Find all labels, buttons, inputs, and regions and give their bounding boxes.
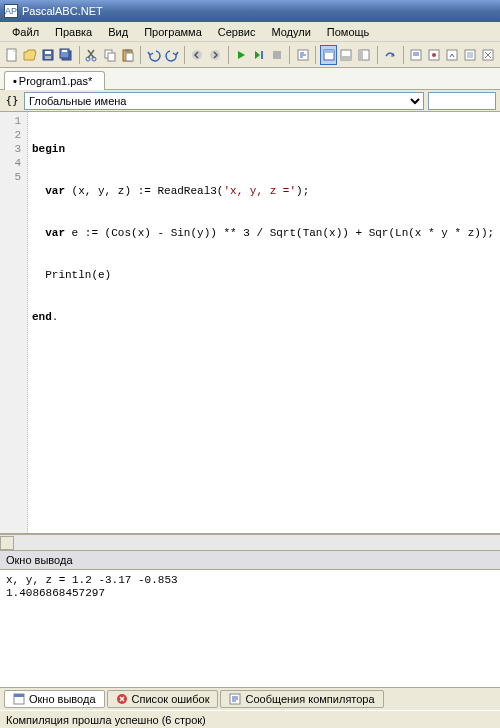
paste-icon[interactable] [119,45,136,65]
scope-icon: {} [4,93,20,109]
svg-rect-16 [261,51,263,59]
svg-rect-17 [273,51,281,59]
statusbar: Компиляция прошла успешно (6 строк) [0,710,500,728]
app-icon: AP [4,4,18,18]
scroll-left-icon[interactable] [0,536,14,550]
line-gutter: 1 2 3 4 5 [0,112,28,533]
svg-rect-24 [359,50,363,60]
toolbar-separator [289,46,290,64]
redo-icon[interactable] [163,45,180,65]
errors-tab-icon [116,693,128,705]
status-text: Компиляция прошла успешно (6 строк) [6,714,206,726]
code-content[interactable]: begin var (x, y, z) := ReadReal3('x, y, … [28,112,500,533]
cut-icon[interactable] [84,45,101,65]
undo-icon[interactable] [145,45,162,65]
toolbar [0,42,500,68]
svg-rect-2 [45,51,51,54]
toolbar-separator [403,46,404,64]
tab-compiler[interactable]: Сообщения компилятора [220,690,383,708]
run-icon[interactable] [233,45,250,65]
svg-point-14 [192,50,202,60]
compile-icon[interactable] [294,45,311,65]
tab-errors[interactable]: Список ошибок [107,690,219,708]
svg-rect-12 [125,49,130,52]
compiler-tab-icon [229,693,241,705]
toolbar-separator [184,46,185,64]
menubar: Файл Правка Вид Программа Сервис Модули … [0,22,500,42]
horizontal-scrollbar[interactable] [0,534,500,550]
svg-rect-20 [324,50,334,53]
toggle-5-icon[interactable] [479,45,496,65]
scope-right-box[interactable] [428,92,496,110]
view-mode-2-icon[interactable] [338,45,355,65]
menu-edit[interactable]: Правка [47,24,100,40]
output-tab-icon [13,693,25,705]
toggle-4-icon[interactable] [461,45,478,65]
file-tabs: • Program1.pas* [0,68,500,90]
svg-rect-13 [126,53,133,61]
scope-dropdown[interactable]: Глобальные имена [24,92,424,110]
svg-rect-28 [447,50,457,60]
svg-rect-30 [467,52,473,58]
svg-rect-3 [45,56,51,59]
run-no-debug-icon[interactable] [251,45,268,65]
menu-file[interactable]: Файл [4,24,47,40]
tab-label: Program1.pas* [19,75,92,87]
toggle-2-icon[interactable] [425,45,442,65]
window-title: PascalABC.NET [22,5,103,17]
menu-help[interactable]: Помощь [319,24,378,40]
nav-back-icon[interactable] [189,45,206,65]
svg-rect-6 [62,50,67,52]
nav-forward-icon[interactable] [207,45,224,65]
svg-rect-33 [14,694,24,697]
copy-icon[interactable] [102,45,119,65]
toolbar-separator [140,46,141,64]
toggle-3-icon[interactable] [443,45,460,65]
menu-modules[interactable]: Модули [263,24,318,40]
output-panel-header: Окно вывода [0,550,500,570]
new-file-icon[interactable] [4,45,21,65]
svg-point-15 [210,50,220,60]
modified-dot: • [13,75,17,87]
svg-rect-22 [341,56,351,60]
menu-program[interactable]: Программа [136,24,210,40]
toolbar-separator [377,46,378,64]
toolbar-separator [228,46,229,64]
tab-program1[interactable]: • Program1.pas* [4,71,105,90]
code-editor[interactable]: 1 2 3 4 5 begin var (x, y, z) := ReadRea… [0,112,500,534]
titlebar: AP PascalABC.NET [0,0,500,22]
bottom-tabs: Окно вывода Список ошибок Сообщения комп… [0,688,500,710]
view-mode-1-icon[interactable] [320,45,337,65]
save-icon[interactable] [40,45,57,65]
menu-service[interactable]: Сервис [210,24,264,40]
stop-icon[interactable] [269,45,286,65]
open-file-icon[interactable] [22,45,39,65]
view-mode-3-icon[interactable] [356,45,373,65]
scope-bar: {} Глобальные имена [0,90,500,112]
step-over-icon[interactable] [382,45,399,65]
svg-point-27 [432,53,436,57]
svg-rect-10 [108,53,115,61]
output-panel[interactable]: x, y, z = 1.2 -3.17 -0.853 1.40868684572… [0,570,500,688]
toggle-1-icon[interactable] [407,45,424,65]
toolbar-separator [79,46,80,64]
tab-output[interactable]: Окно вывода [4,690,105,708]
toolbar-separator [315,46,316,64]
save-all-icon[interactable] [58,45,75,65]
menu-view[interactable]: Вид [100,24,136,40]
